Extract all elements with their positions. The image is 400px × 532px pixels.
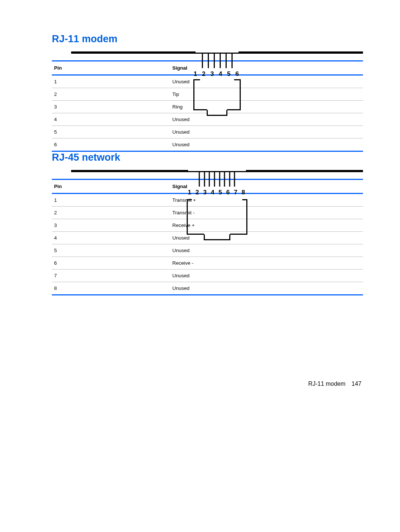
cell-pin: 1: [52, 194, 170, 207]
cell-signal: Unused: [170, 270, 363, 282]
cell-pin: 8: [52, 282, 170, 295]
cell-pin: 2: [52, 88, 170, 101]
table-row: 5Unused: [52, 244, 363, 257]
rj45-pin-numbers: 1 2 3 4 5 6 7 8: [188, 189, 246, 196]
cell-signal: Unused: [170, 126, 363, 138]
rj11-connector-diagram: 1 2 3 4 5 6: [71, 51, 363, 54]
cell-pin: 1: [52, 75, 170, 88]
heading-rj11: RJ-11 modem: [52, 33, 363, 45]
table-row: 6Receive -: [52, 257, 363, 270]
table-row: 5Unused: [52, 126, 363, 138]
table-row: 7Unused: [52, 270, 363, 282]
cell-pin: 3: [52, 101, 170, 113]
cell-signal: Unused: [170, 138, 363, 151]
col-header-pin: Pin: [52, 61, 170, 75]
cell-signal: Unused: [170, 244, 363, 257]
footer-section-label: RJ-11 modem: [308, 381, 345, 387]
table-row: 6Unused: [52, 138, 363, 151]
cell-pin: 6: [52, 257, 170, 270]
page-footer: RJ-11 modem 147: [52, 381, 363, 387]
col-header-pin: Pin: [52, 180, 170, 194]
cell-pin: 5: [52, 126, 170, 138]
cell-pin: 5: [52, 244, 170, 257]
heading-rj45: RJ-45 network: [52, 152, 363, 163]
rj45-connector-diagram: 1 2 3 4 5 6 7 8: [71, 170, 363, 172]
rj11-pin-numbers: 1 2 3 4 5 6: [194, 70, 241, 78]
cell-signal: Unused: [170, 113, 363, 126]
page-number: 147: [351, 381, 361, 387]
cell-pin: 7: [52, 270, 170, 282]
cell-pin: 6: [52, 138, 170, 151]
cell-signal: Unused: [170, 282, 363, 295]
table-row: 8Unused: [52, 282, 363, 295]
cell-pin: 4: [52, 113, 170, 126]
cell-signal: Receive -: [170, 257, 363, 270]
cell-pin: 3: [52, 219, 170, 232]
cell-pin: 2: [52, 207, 170, 219]
cell-pin: 4: [52, 232, 170, 244]
